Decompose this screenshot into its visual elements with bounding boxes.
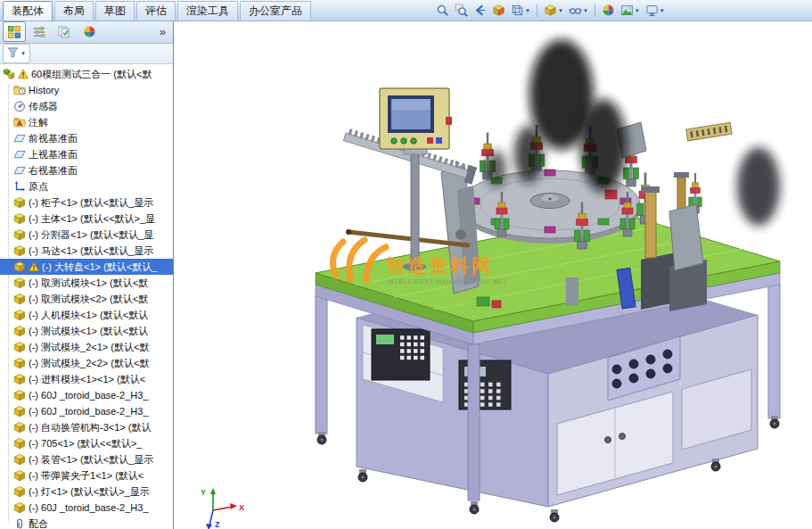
tree-item-label: (-) 人机模块<1> (默认<默认 <box>29 309 172 322</box>
tree-item[interactable]: (-) 705<1> (默认<<默认>_ <box>0 435 173 451</box>
manager-tab-configurationmanager[interactable] <box>53 21 76 42</box>
tree-item[interactable]: 配合 <box>0 516 173 529</box>
tree-item-label: (-) 测试模块<1> (默认<默认 <box>29 325 172 338</box>
display-style-button[interactable]: ▼ <box>541 2 566 20</box>
tree-item[interactable]: A注解 <box>0 114 173 130</box>
view-settings-button[interactable]: ▼ <box>643 2 668 20</box>
tree-item-label: 60模组测试三合一 (默认<默 <box>31 68 172 81</box>
zoom-fit-button[interactable] <box>433 2 452 20</box>
tree-item[interactable]: History <box>0 82 173 98</box>
tree-item-label: (-) 60J _toroid_base-2_H3_ <box>29 406 172 417</box>
tree-item[interactable]: (-) 分割器<1> (默认<默认_显 <box>0 227 173 243</box>
filter-button[interactable]: ▼ <box>3 44 30 63</box>
apply-scene-button[interactable]: ▼ <box>618 2 643 20</box>
tree-item[interactable]: (-) 柜子<1> (默认<默认_显示 <box>0 194 173 211</box>
section-view-button[interactable] <box>489 2 508 20</box>
component-icon <box>13 485 26 498</box>
panel-collapse-button[interactable]: » <box>155 25 170 38</box>
watermark-subtitle: INTELLIGENT MANUFACTURE NET <box>387 278 507 285</box>
tree-item[interactable]: 原点 <box>0 178 173 194</box>
tree-item-label: (-) 705<1> (默认<<默认>_ <box>29 437 172 450</box>
component-icon <box>13 453 26 466</box>
component-icon <box>13 469 26 482</box>
tree-item-label: 传感器 <box>29 100 172 113</box>
component-icon <box>13 309 26 321</box>
tree-item[interactable]: 60模组测试三合一 (默认<默 <box>0 66 173 82</box>
tree-item-label: History <box>29 85 172 95</box>
component-icon <box>13 196 26 209</box>
tree-item-label: (-) 60J _toroid_base-2_H3_ <box>29 502 172 513</box>
component-icon <box>13 373 26 385</box>
plane-icon <box>13 164 26 177</box>
tree-item[interactable]: (-) 60J _toroid_base-2_H3_ <box>0 387 173 403</box>
tree-item[interactable]: (-) 主体<1> (默认<<默认>_显 <box>0 211 173 227</box>
tree-item[interactable]: 传感器 <box>0 98 173 114</box>
tree-item[interactable]: (-) 大转盘<1> (默认<默认_ <box>0 259 173 275</box>
tree-item[interactable]: (-) 60J _toroid_base-2_H3_ <box>0 403 173 419</box>
tree-item[interactable]: 右视基准面 <box>0 162 173 178</box>
ribbon-bar: 装配体布局草图评估渲染工具办公室产品 ▼▼▼▼▼ <box>0 0 812 21</box>
feature-tree: 60模组测试三合一 (默认<默History传感器A注解前视基准面上视基准面右视… <box>0 64 173 529</box>
appearance-button[interactable] <box>599 2 618 20</box>
ribbon-tabs: 装配体布局草图评估渲染工具办公室产品 <box>0 0 812 21</box>
tree-item[interactable]: (-) 人机模块<1> (默认<默认 <box>0 307 173 323</box>
tree-item[interactable]: (-) 自动换管机构-3<1> (默认 <box>0 419 173 435</box>
manager-tab-featuremanager[interactable] <box>3 21 26 42</box>
tree-item-label: (-) 60J _toroid_base-2_H3_ <box>29 390 172 401</box>
tab-evaluate[interactable]: 评估 <box>136 1 176 21</box>
tree-item[interactable]: (-) 取测试模块<2> (默认<默 <box>0 291 173 307</box>
component-icon <box>13 405 26 417</box>
tree-item[interactable]: (-) 取测试模块<1> (默认<默 <box>0 275 173 291</box>
tree-item-label: (-) 取测试模块<1> (默认<默 <box>29 277 172 290</box>
toolbar-separator <box>595 4 595 17</box>
tree-item[interactable]: (-) 测试模块_2<1> (默认<默 <box>0 339 173 355</box>
component-icon <box>13 293 26 305</box>
assembly-icon <box>3 68 15 80</box>
tree-item[interactable]: (-) 测试模块_2<2> (默认<默 <box>0 355 173 371</box>
component-icon <box>13 325 26 337</box>
zoom-area-button[interactable] <box>452 2 471 20</box>
tab-sketch[interactable]: 草图 <box>95 1 135 21</box>
tree-item[interactable]: 上视基准面 <box>0 146 173 162</box>
triad-z-label: Z <box>215 520 220 529</box>
dropdown-arrow-icon: ▼ <box>525 8 530 13</box>
component-icon <box>13 357 26 369</box>
dropdown-arrow-icon: ▼ <box>660 8 665 13</box>
hide-show-button[interactable]: ▼ <box>566 2 591 20</box>
component-icon <box>13 421 26 434</box>
tree-item[interactable]: (-) 装管<1> (默认<默认_显示 <box>0 451 173 467</box>
tree-item[interactable]: (-) 带弹簧夹子1<1> (默认< <box>0 467 173 484</box>
tab-assembly[interactable]: 装配体 <box>3 1 53 21</box>
tree-item-label: (-) 主体<1> (默认<<默认>_显 <box>29 212 172 226</box>
annotations-icon: A <box>13 116 26 128</box>
view-orientation-button[interactable]: ▼ <box>508 2 533 20</box>
tree-item-label: 配合 <box>29 517 172 529</box>
tab-render-tools[interactable]: 渲染工具 <box>177 1 238 21</box>
manager-tab-displaymanager[interactable] <box>78 21 101 42</box>
manager-tab-propertymanager[interactable] <box>28 21 51 42</box>
previous-view-button[interactable] <box>471 2 489 20</box>
tab-office-products[interactable]: 办公室产品 <box>240 1 311 21</box>
tree-item[interactable]: (-) 测试模块<1> (默认<默认 <box>0 323 173 339</box>
warning-icon <box>18 69 29 79</box>
component-icon <box>13 244 26 257</box>
manager-tabs <box>3 21 101 42</box>
viewport-3d[interactable]: 智造资料网 INTELLIGENT MANUFACTURE NET X Y Z <box>174 21 812 529</box>
tree-item[interactable]: 前视基准面 <box>0 130 173 146</box>
plane-icon <box>13 148 26 161</box>
triad-y-label: Y <box>201 488 206 497</box>
headsup-toolbar: ▼▼▼▼▼ <box>433 1 668 20</box>
tree-item-label: (-) 大转盘<1> (默认<默认_ <box>42 260 172 274</box>
tree-item[interactable]: (-) 60J _toroid_base-2_H3_ <box>0 500 173 516</box>
dropdown-arrow-icon: ▼ <box>635 8 640 13</box>
tree-item-label: (-) 柜子<1> (默认<默认_显示 <box>29 196 172 210</box>
tree-item[interactable]: (-) 马达<1> (默认<默认_显示 <box>0 243 173 259</box>
tree-item[interactable]: (-) 进料模块<1><1> (默认< <box>0 371 173 387</box>
tree-item-label: 前视基准面 <box>29 132 172 145</box>
tree-item-label: 右视基准面 <box>29 164 172 178</box>
tree-item[interactable]: (-) 灯<1> (默认<默认>_显示 <box>0 484 173 500</box>
tree-item-label: 原点 <box>29 180 172 194</box>
tree-item-label: (-) 装管<1> (默认<默认_显示 <box>29 453 172 467</box>
tab-layout[interactable]: 布局 <box>54 1 94 21</box>
tree-item-label: (-) 自动换管机构-3<1> (默认 <box>29 421 172 434</box>
